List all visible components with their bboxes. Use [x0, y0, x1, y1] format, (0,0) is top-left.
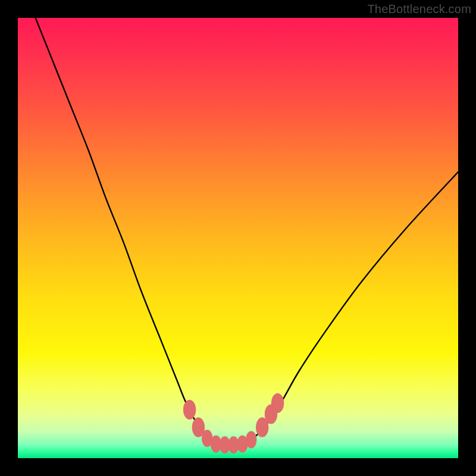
curve-marker: [246, 431, 257, 448]
bottleneck-curve-line: [36, 18, 458, 445]
outer-frame: TheBottleneck.com: [0, 0, 476, 476]
plot-area: [18, 18, 458, 458]
watermark-text: TheBottleneck.com: [367, 2, 471, 16]
curve-marker-group: [183, 393, 284, 453]
curve-marker: [183, 400, 196, 419]
bottleneck-curve-svg: [18, 18, 458, 458]
curve-marker: [271, 393, 284, 413]
